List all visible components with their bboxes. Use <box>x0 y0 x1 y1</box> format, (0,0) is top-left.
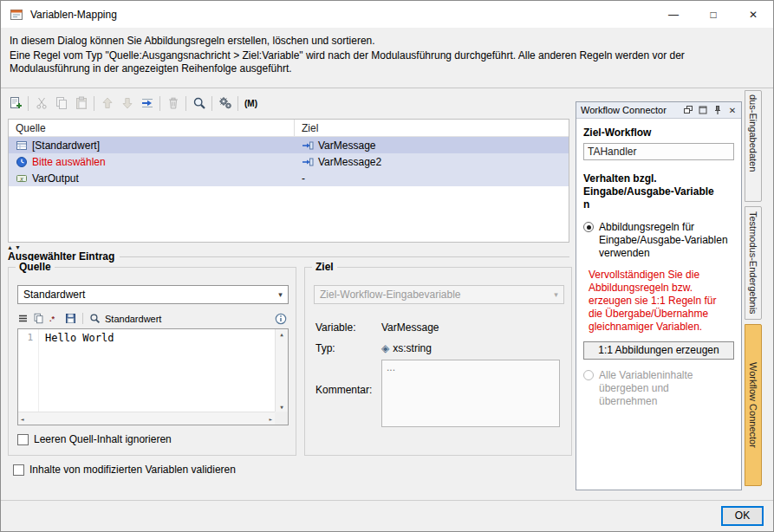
mapping-toolbar: (M) <box>5 93 261 114</box>
cut-icon <box>35 96 49 110</box>
ziel-group: Ziel Ziel-Workflow-Eingabevariable ▾ Var… <box>304 267 572 456</box>
maximize-button[interactable]: □ <box>693 1 733 28</box>
titlebar[interactable]: Variablen-Mapping — □ ✕ <box>1 1 773 28</box>
settings-button[interactable] <box>215 94 235 114</box>
scroll-down-icon[interactable]: ▼ <box>280 404 283 410</box>
quelle-type-dropdown[interactable]: Standardwert ▾ <box>17 285 289 304</box>
info-icon[interactable] <box>275 313 287 325</box>
save-icon[interactable] <box>65 313 76 324</box>
minimize-button[interactable]: — <box>654 1 693 28</box>
toolbar-separator <box>159 96 160 111</box>
macro-icon: (M) <box>244 99 257 108</box>
rule-source: VarOutput <box>32 172 79 185</box>
menu-icon[interactable] <box>17 313 29 324</box>
alle-variablen-radio-row: Alle Variableninhalte übergeben und über… <box>583 369 734 408</box>
quelle-editor[interactable]: 1 Hello World ▲ ▼ ◄ ► <box>17 328 289 425</box>
create-mappings-button[interactable]: 1:1 Abbildungen erzeugen <box>583 341 734 360</box>
column-header-ziel[interactable]: Ziel <box>295 120 569 136</box>
table-header: Quelle Ziel <box>9 120 569 137</box>
splitter-handle[interactable]: ▲▼ <box>7 244 23 250</box>
rule-source: [Standardwert] <box>32 139 100 152</box>
close-panel-icon[interactable]: ✕ <box>726 104 738 116</box>
search-button[interactable] <box>189 94 209 114</box>
rule-source: Bitte auswählen <box>32 156 106 168</box>
ziel-workflow-input[interactable] <box>583 143 734 160</box>
move-down-button[interactable] <box>117 94 137 114</box>
description-line1: In diesem Dialog können Sie Abbildungsre… <box>10 35 764 48</box>
ignore-empty-checkbox[interactable] <box>17 434 29 445</box>
rule-target: VarMessage <box>318 139 375 152</box>
variable-value: VarMessage <box>381 321 439 334</box>
tab-testmodus-eingabedaten[interactable]: dus-Eingabedaten <box>745 90 762 202</box>
mapping-table: Quelle Ziel [Standardwert] VarMessage Bi… <box>8 119 569 243</box>
panel-title: Workflow Connector <box>581 105 680 115</box>
delete-button[interactable] <box>163 94 183 114</box>
window-title: Variablen-Mapping <box>30 9 117 21</box>
tab-label: Testmodus-Endergebnis <box>748 211 758 315</box>
scroll-up-icon[interactable]: ▲ <box>280 331 283 337</box>
toolbar-separator <box>82 313 83 324</box>
svg-text:x: x <box>19 175 23 181</box>
column-header-quelle[interactable]: Quelle <box>9 120 295 136</box>
paste-icon <box>75 96 88 110</box>
chevron-down-icon: ▾ <box>273 290 288 299</box>
insert-rule-button[interactable] <box>137 94 157 114</box>
table-row[interactable]: x VarOutput - <box>9 170 569 186</box>
mapping-warning-text: Vervollständigen Sie die Abbildungsregel… <box>589 269 734 334</box>
panel-body: Ziel-Workflow Verhalten bzgl. Eingabe/Au… <box>576 119 741 416</box>
tab-label: dus-Eingabedaten <box>748 94 758 172</box>
scroll-right-icon[interactable]: ► <box>269 416 272 422</box>
scroll-left-icon[interactable]: ◄ <box>21 416 24 422</box>
ignore-empty-label: Leeren Quell-Inhalt ignorieren <box>34 433 172 445</box>
validate-checkbox[interactable] <box>13 464 24 476</box>
abbildungsregeln-radio-label: Abbildungsregeln für Eingabe/Ausgabe-Var… <box>599 221 728 260</box>
toolbar-separator <box>185 96 186 111</box>
typ-label: Typ: <box>315 342 381 354</box>
maximize-panel-icon[interactable] <box>697 104 709 116</box>
copy-template-icon[interactable] <box>33 313 44 324</box>
tab-testmodus-endergebnis[interactable]: Testmodus-Endergebnis <box>745 206 762 320</box>
table-row[interactable]: [Standardwert] VarMessage <box>9 137 569 153</box>
variablen-mapping-dialog: Variablen-Mapping — □ ✕ In diesem Dialog… <box>0 0 774 532</box>
new-rule-button[interactable] <box>5 94 25 114</box>
variable-row: Variable: VarMessage <box>315 321 439 334</box>
splitter-down-icon: ▼ <box>15 244 23 250</box>
type-icon: ◈ <box>381 342 389 354</box>
toolbar-separator <box>28 96 29 111</box>
macro-toggle-button[interactable]: (M) <box>241 94 261 114</box>
panel-header[interactable]: Workflow Connector ✕ <box>576 102 741 119</box>
maximize-icon: □ <box>710 9 716 21</box>
validate-row: Inhalte von modifizierten Variablen vali… <box>13 464 236 476</box>
move-up-button[interactable] <box>97 94 117 114</box>
horizontal-scrollbar[interactable]: ◄ ► <box>18 412 275 425</box>
paste-button[interactable] <box>71 94 91 114</box>
ziel-type-value: Ziel-Workflow-Eingabevariable <box>320 289 461 301</box>
window-controls: — □ ✕ <box>654 1 773 28</box>
editor-search-label: Standardwert <box>105 314 161 324</box>
toolbar-separator <box>211 96 212 111</box>
target-variable-icon <box>302 156 314 168</box>
vertical-scrollbar[interactable]: ▲ ▼ <box>275 329 288 412</box>
abbildungsregeln-radio[interactable] <box>583 222 594 232</box>
delete-icon <box>166 96 180 110</box>
close-button[interactable]: ✕ <box>733 1 773 28</box>
dialog-footer: OK <box>1 500 773 531</box>
tab-workflow-connector[interactable]: Workflow Connector <box>745 324 762 486</box>
table-row[interactable]: Bitte auswählen VarMessage2 <box>9 153 569 170</box>
verhalten-heading: Verhalten bzgl. Eingabe/Ausgabe-Variable… <box>583 172 734 211</box>
regex-icon[interactable]: .* <box>49 313 61 324</box>
typ-row: Typ: ◈ xs:string <box>315 342 432 354</box>
dialog-description: In diesem Dialog können Sie Abbildungsre… <box>1 28 773 88</box>
mapping-area: (M) Quelle Ziel [Standardwert] VarMessag… <box>1 88 575 502</box>
copy-button[interactable] <box>51 94 71 114</box>
workflow-connector-panel: Workflow Connector ✕ Ziel-Workflow Verha… <box>576 101 742 490</box>
float-icon[interactable] <box>682 104 694 116</box>
search-icon[interactable] <box>89 313 101 324</box>
editor-content[interactable]: Hello World <box>45 332 114 344</box>
pin-icon[interactable] <box>712 104 724 116</box>
alle-variablen-radio[interactable] <box>583 370 594 380</box>
ok-button[interactable]: OK <box>721 506 764 526</box>
cut-button[interactable] <box>31 94 51 114</box>
ziel-type-dropdown[interactable]: Ziel-Workflow-Eingabevariable ▾ <box>314 285 564 304</box>
ziel-workflow-heading: Ziel-Workflow <box>583 127 734 139</box>
